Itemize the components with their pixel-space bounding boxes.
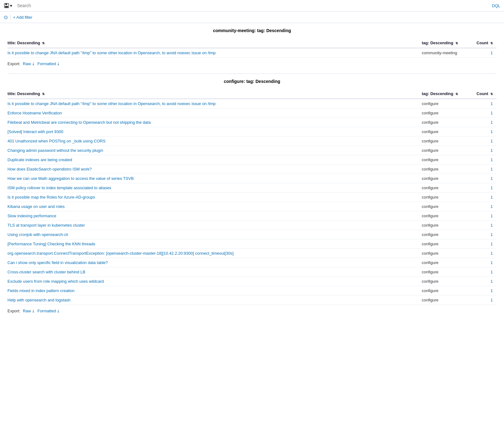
sort-icon: ⇅ xyxy=(490,41,493,45)
table-row: Can i show only specific field in visual… xyxy=(7,258,497,267)
sort-icon: ⇅ xyxy=(455,92,458,96)
section1-header-row: title: Descending ⇅ tag: Descending ⇅ Co… xyxy=(7,38,497,48)
section2-tag-col-header[interactable]: tag: Descending ⇅ xyxy=(422,89,472,99)
section1-table: title: Descending ⇅ tag: Descending ⇅ Co… xyxy=(7,38,497,58)
section2-header-row: title: Descending ⇅ tag: Descending ⇅ Co… xyxy=(7,89,497,99)
sort-icon: ⇅ xyxy=(455,41,458,45)
section2-count-col-header[interactable]: Count ⇅ xyxy=(472,89,497,99)
count-cell: 1 xyxy=(472,277,497,286)
chevron-down-icon: ▾ xyxy=(10,3,12,8)
title-cell[interactable]: Kibana usage on user and roles xyxy=(7,202,422,211)
section2-export-label: Export: xyxy=(7,309,20,313)
section1-title-col-header[interactable]: title: Descending ⇅ xyxy=(7,38,422,48)
tag-cell: configure xyxy=(422,277,472,286)
count-cell: 1 xyxy=(472,193,497,202)
title-cell[interactable]: Can i show only specific field in visual… xyxy=(7,258,422,267)
search-input[interactable] xyxy=(15,2,489,9)
title-cell[interactable]: Using cronjob with opensearch-cli xyxy=(7,230,422,239)
title-cell[interactable]: Duplicate indexes are being created xyxy=(7,155,422,165)
title-cell[interactable]: Help with opensearch and logstash xyxy=(7,295,422,305)
tag-cell: configure xyxy=(422,127,472,137)
table-row: [Solved] Interact with port 9300 configu… xyxy=(7,127,497,137)
section1-count-col-header[interactable]: Count ⇅ xyxy=(472,38,497,48)
table-row: Filebeat and Metricbeat are connecting t… xyxy=(7,118,497,127)
filter-bar: ⊙ + Add filter xyxy=(0,12,504,23)
count-cell: 1 xyxy=(472,118,497,127)
section1-raw-button[interactable]: Raw ⤓ xyxy=(23,61,35,66)
top-bar: ▾ DQL xyxy=(0,0,504,12)
section1-tag-col-header[interactable]: tag: Descending ⇅ xyxy=(422,38,472,48)
tag-cell: configure xyxy=(422,211,472,221)
section2-export-row: Export: Raw ⤓ Formatted ⤓ xyxy=(7,309,497,313)
count-cell: 1 xyxy=(472,108,497,118)
table-row: Slow indexing performance configure 1 xyxy=(7,211,497,221)
count-cell: 1 xyxy=(472,99,497,108)
tag-cell: configure xyxy=(422,295,472,305)
tag-cell: configure xyxy=(422,183,472,193)
sort-icon: ⇅ xyxy=(42,92,45,96)
tag-cell: configure xyxy=(422,286,472,295)
section2-title: configure: tag: Descending xyxy=(7,79,497,84)
count-cell: 1 xyxy=(472,249,497,258)
community-meeting-section: community-meeting: tag: Descending title… xyxy=(0,23,504,74)
table-row: Changing admin password without the secu… xyxy=(7,146,497,155)
add-filter-button[interactable]: + Add filter xyxy=(13,15,32,20)
table-row: Cross-cluster search with cluster behind… xyxy=(7,267,497,277)
title-cell[interactable]: [Solved] Interact with port 9300 xyxy=(7,127,422,137)
tag-cell: configure xyxy=(422,193,472,202)
filter-icon: ⊙ xyxy=(4,14,8,20)
title-cell[interactable]: Is it possible map the Roles for Azure-A… xyxy=(7,193,422,202)
count-cell: 1 xyxy=(472,127,497,137)
table-row: Duplicate indexes are being created conf… xyxy=(7,155,497,165)
table-row: ISM policy rollover to index template as… xyxy=(7,183,497,193)
download-icon: ⤓ xyxy=(32,309,35,313)
tag-cell: configure xyxy=(422,221,472,230)
table-row: Using cronjob with opensearch-cli config… xyxy=(7,230,497,239)
tag-cell: configure xyxy=(422,146,472,155)
section1-export-label: Export: xyxy=(7,61,20,66)
title-cell[interactable]: Is it possible to change JNA default pat… xyxy=(7,48,422,58)
title-cell[interactable]: org.opensearch.transport.ConnectTranspor… xyxy=(7,249,422,258)
title-cell[interactable]: Is it possible to change JNA default pat… xyxy=(7,99,422,108)
section2-formatted-button[interactable]: Formatted ⤓ xyxy=(37,309,60,313)
title-cell[interactable]: Enforce Hostname Verification xyxy=(7,108,422,118)
section1-formatted-button[interactable]: Formatted ⤓ xyxy=(37,61,60,66)
count-cell: 1 xyxy=(472,267,497,277)
count-cell: 1 xyxy=(472,183,497,193)
title-cell[interactable]: ISM policy rollover to index template as… xyxy=(7,183,422,193)
tag-cell: configure xyxy=(422,249,472,258)
title-cell[interactable]: Fields mixed in index pattern creation xyxy=(7,286,422,295)
download-icon: ⤓ xyxy=(32,62,35,66)
section2-raw-button[interactable]: Raw ⤓ xyxy=(23,309,35,313)
table-row: Is it possible map the Roles for Azure-A… xyxy=(7,193,497,202)
table-row: Kibana usage on user and roles configure… xyxy=(7,202,497,211)
count-cell: 1 xyxy=(472,146,497,155)
sort-icon: ⇅ xyxy=(42,41,45,45)
title-cell[interactable]: How we can use Math aggregation to acces… xyxy=(7,174,422,183)
count-cell: 1 xyxy=(472,221,497,230)
svg-rect-1 xyxy=(5,3,7,5)
tag-cell: configure xyxy=(422,108,472,118)
tag-cell: community-meeting xyxy=(422,48,472,58)
title-cell[interactable]: Filebeat and Metricbeat are connecting t… xyxy=(7,118,422,127)
title-cell[interactable]: 401 Unathorized when POSTing on _bulk us… xyxy=(7,137,422,146)
count-cell: 1 xyxy=(472,211,497,221)
download-icon: ⤓ xyxy=(57,309,60,313)
table-row: How does ElasticSearch opendistro ISM wo… xyxy=(7,165,497,174)
save-icon-btn[interactable]: ▾ xyxy=(4,3,12,8)
section2-table: title: Descending ⇅ tag: Descending ⇅ Co… xyxy=(7,89,497,305)
section2-title-col-header[interactable]: title: Descending ⇅ xyxy=(7,89,422,99)
dql-button[interactable]: DQL xyxy=(492,3,500,8)
title-cell[interactable]: Slow indexing performance xyxy=(7,211,422,221)
tag-cell: configure xyxy=(422,202,472,211)
count-cell: 1 xyxy=(472,155,497,165)
title-cell[interactable]: Changing admin password without the secu… xyxy=(7,146,422,155)
title-cell[interactable]: [Performance Tuning] Checking the KNN th… xyxy=(7,239,422,249)
title-cell[interactable]: Cross-cluster search with cluster behind… xyxy=(7,267,422,277)
title-cell[interactable]: How does ElasticSearch opendistro ISM wo… xyxy=(7,165,422,174)
title-cell[interactable]: Exclude users from role mapping which us… xyxy=(7,277,422,286)
count-cell: 1 xyxy=(472,295,497,305)
section1-title: community-meeting: tag: Descending xyxy=(7,28,497,33)
title-cell[interactable]: TLS at transport layer in kubernetes clu… xyxy=(7,221,422,230)
table-row: Fields mixed in index pattern creation c… xyxy=(7,286,497,295)
